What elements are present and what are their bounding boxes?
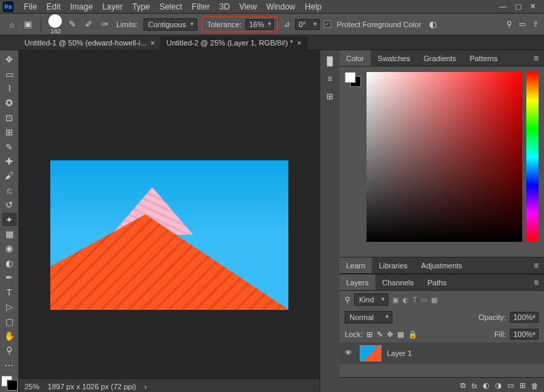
tab-layers[interactable]: Layers	[339, 274, 375, 290]
frame-tool[interactable]: ⊞	[2, 126, 17, 139]
zoom-tool[interactable]: ⚲	[2, 344, 17, 357]
pressure-opacity-icon[interactable]: ◐	[426, 18, 439, 31]
group-icon[interactable]: ▭	[507, 381, 514, 390]
pen-tool[interactable]: ✒	[2, 271, 17, 284]
lock-trans-icon[interactable]: ⊞	[367, 330, 373, 339]
menu-select[interactable]: Select	[154, 2, 186, 12]
collapsed-icon[interactable]: █	[323, 54, 337, 68]
history-brush-tool[interactable]: ↺	[2, 198, 17, 211]
move-tool[interactable]: ✥	[2, 53, 17, 66]
airbrush-icon[interactable]: ✑	[99, 18, 111, 31]
fg-color[interactable]	[345, 72, 356, 83]
home-icon[interactable]: ⌂	[5, 18, 18, 31]
tab-color[interactable]: Color	[339, 50, 371, 66]
crop-tool[interactable]: ⊡	[2, 111, 17, 124]
brush-tool[interactable]: 🖌	[2, 169, 17, 182]
tab-learn[interactable]: Learn	[339, 257, 372, 273]
layer-name[interactable]: Layer 1	[387, 349, 412, 357]
link-icon[interactable]: ⧉	[460, 381, 466, 390]
lock-pos-icon[interactable]: ✥	[387, 330, 393, 339]
opacity-input[interactable]: 100%	[510, 312, 539, 323]
canvas[interactable]	[19, 50, 320, 378]
close-tab-icon[interactable]: ×	[150, 39, 154, 47]
collapsed-icon[interactable]: ⊞	[323, 90, 337, 103]
fx-icon[interactable]: fx	[471, 382, 477, 390]
chevron-right-icon[interactable]: ›	[144, 382, 147, 391]
tab-gradients[interactable]: Gradients	[417, 50, 463, 66]
menu-filter[interactable]: Filter	[187, 2, 215, 12]
layer-thumbnail[interactable]	[360, 345, 381, 361]
tolerance-input[interactable]: 16%	[245, 19, 274, 30]
panel-menu-icon[interactable]: ≡	[528, 54, 544, 63]
brush-settings-icon[interactable]: ✎	[66, 18, 78, 31]
blend-dropdown[interactable]: Normal	[345, 311, 392, 323]
zoom-value[interactable]: 25%	[24, 382, 39, 391]
eyedropper-tool[interactable]: ✎	[2, 140, 17, 153]
filter-pixel-icon[interactable]: ▣	[392, 296, 398, 304]
marquee-tool[interactable]: ▭	[2, 67, 17, 80]
background-swatch[interactable]	[7, 380, 18, 391]
filter-shape-icon[interactable]: ▭	[421, 296, 427, 304]
share-icon[interactable]: ⇪	[532, 20, 539, 29]
eraser-tool[interactable]: ✦	[2, 213, 17, 226]
filter-type-icon[interactable]: T	[413, 296, 417, 304]
type-tool[interactable]: T	[2, 286, 17, 299]
workspace-icon[interactable]: ▭	[519, 20, 526, 29]
shape-tool[interactable]: ▢	[2, 315, 17, 327]
search-icon[interactable]: ⚲	[507, 20, 512, 29]
edit-toolbar[interactable]: ⋯	[2, 359, 17, 372]
tab-patterns[interactable]: Patterns	[463, 50, 505, 66]
quick-select-tool[interactable]: ✪	[2, 96, 17, 109]
filter-adjust-icon[interactable]: ◐	[403, 296, 409, 304]
color-field[interactable]	[367, 72, 522, 242]
tab-paths[interactable]: Paths	[421, 274, 454, 290]
minimize-icon[interactable]: —	[499, 2, 507, 11]
healing-tool[interactable]: ✚	[2, 155, 17, 168]
menu-file[interactable]: File	[19, 2, 41, 12]
lock-nest-icon[interactable]: ▦	[397, 330, 404, 339]
angle-input[interactable]: 0°	[295, 19, 320, 30]
doc-info[interactable]: 1897 px x 1026 px (72 ppi)	[48, 382, 136, 391]
layer-item[interactable]: 👁 Layer 1	[339, 342, 544, 364]
close-icon[interactable]: ✕	[530, 2, 536, 11]
menu-help[interactable]: Help	[300, 2, 326, 12]
collapsed-icon[interactable]: ≡	[323, 72, 337, 86]
menu-edit[interactable]: Edit	[41, 2, 65, 12]
menu-3d[interactable]: 3D	[214, 2, 234, 12]
menu-type[interactable]: Type	[127, 2, 154, 12]
mask-icon[interactable]: ◐	[483, 381, 490, 390]
hue-slider[interactable]	[526, 72, 539, 242]
limits-dropdown[interactable]: Contiguous	[143, 18, 198, 31]
menu-window[interactable]: Window	[262, 2, 301, 12]
stamp-tool[interactable]: ⎌	[2, 184, 17, 197]
doc-tab-2[interactable]: Untitled-2 @ 25% (Layer 1, RGB/8#) * ×	[161, 36, 307, 50]
hand-tool[interactable]: ✋	[2, 329, 17, 342]
blur-tool[interactable]: ◉	[2, 242, 17, 255]
visibility-icon[interactable]: 👁	[345, 349, 354, 358]
panel-menu-icon[interactable]: ≡	[528, 261, 544, 270]
protect-checkbox[interactable]: ✓	[324, 20, 331, 28]
panel-menu-icon[interactable]: ≡	[528, 278, 544, 287]
dodge-tool[interactable]: ◐	[2, 257, 17, 270]
close-tab-icon[interactable]: ×	[297, 39, 301, 47]
adjust-icon[interactable]: ◑	[495, 381, 502, 390]
menu-view[interactable]: View	[235, 2, 262, 12]
doc-tab-1[interactable]: Untitled-1 @ 50% (edward-howell-i... ×	[19, 36, 161, 50]
delete-icon[interactable]: 🗑	[531, 382, 539, 390]
fill-input[interactable]: 100%	[510, 329, 539, 340]
lock-pixel-icon[interactable]: ✎	[377, 330, 383, 339]
tab-swatches[interactable]: Swatches	[371, 50, 417, 66]
filter-smart-icon[interactable]: ▦	[431, 296, 437, 304]
menu-image[interactable]: Image	[65, 2, 97, 12]
tab-libraries[interactable]: Libraries	[372, 257, 414, 273]
maximize-icon[interactable]: ▢	[515, 2, 522, 11]
menu-layer[interactable]: Layer	[97, 2, 127, 12]
path-tool[interactable]: ▷	[2, 300, 17, 313]
tab-channels[interactable]: Channels	[375, 274, 420, 290]
gradient-tool[interactable]: ▦	[2, 228, 17, 240]
kind-dropdown[interactable]: Kind	[354, 293, 388, 306]
pressure-icon[interactable]: ✐	[82, 18, 95, 31]
picture-icon[interactable]: ▣	[22, 18, 34, 31]
tab-adjustments[interactable]: Adjustments	[414, 257, 469, 273]
new-layer-icon[interactable]: ⊞	[520, 381, 526, 390]
